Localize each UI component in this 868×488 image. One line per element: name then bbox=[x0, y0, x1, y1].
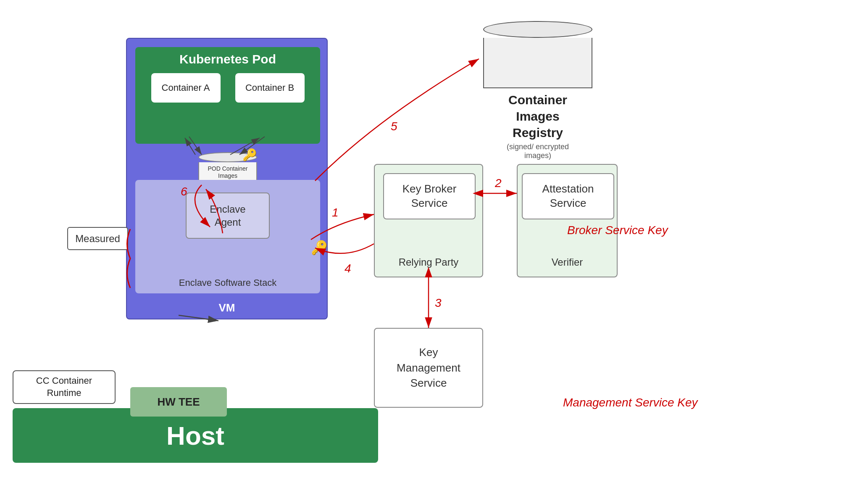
registry-label: ContainerImagesRegistry bbox=[508, 92, 567, 141]
registry-cylinder-top bbox=[483, 21, 592, 38]
registry-sub-label: (signed/ encryptedimages) bbox=[507, 142, 569, 160]
hw-tee-label: HW TEE bbox=[157, 396, 200, 409]
container-b-label: Container B bbox=[245, 82, 294, 93]
registry-cylinder-body bbox=[483, 38, 592, 88]
diagram-container: Host HW TEE CC ContainerRuntime Kubernet… bbox=[0, 0, 868, 488]
cc-runtime-label: CC ContainerRuntime bbox=[36, 375, 92, 399]
attestation-service-box: AttestationService bbox=[522, 173, 614, 219]
key-broker-box: Key BrokerService Relying Party bbox=[374, 164, 483, 277]
key-broker-service-box: Key BrokerService bbox=[383, 173, 476, 219]
mgmt-service-key-label: Management Service Key bbox=[563, 395, 698, 410]
vm-box: Kubernetes Pod Container A Container B P… bbox=[126, 38, 328, 319]
measured-box: Measured bbox=[67, 227, 128, 250]
svg-text:4: 4 bbox=[345, 262, 351, 275]
svg-text:3: 3 bbox=[435, 296, 442, 309]
enclave-agent-box: EnclaveAgent bbox=[186, 193, 270, 239]
key-icon-pod: 🔑 bbox=[242, 148, 257, 162]
key-management-box: KeyManagementService bbox=[374, 328, 483, 408]
hw-tee-box: HW TEE bbox=[130, 387, 227, 417]
containers-row: Container A Container B bbox=[135, 73, 320, 103]
k8s-pod-box: Kubernetes Pod Container A Container B bbox=[135, 47, 320, 144]
pod-images-label: POD ContainerImages bbox=[208, 165, 248, 179]
vm-label: VM bbox=[219, 301, 235, 314]
cc-runtime-box: CC ContainerRuntime bbox=[13, 370, 116, 404]
enclave-stack-label: Enclave Software Stack bbox=[179, 277, 276, 288]
verifier-label: Verifier bbox=[552, 256, 583, 268]
attestation-service-label: AttestationService bbox=[542, 182, 594, 211]
relying-party-label: Relying Party bbox=[399, 256, 459, 268]
broker-service-key-label: Broker Service Key bbox=[567, 223, 668, 238]
container-a-label: Container A bbox=[162, 82, 210, 93]
key-management-label: KeyManagementService bbox=[397, 345, 460, 390]
svg-text:1: 1 bbox=[332, 206, 339, 219]
key-broker-service-label: Key BrokerService bbox=[402, 182, 457, 211]
enclave-stack-box: Enclave Software Stack EnclaveAgent bbox=[135, 180, 320, 293]
attestation-box: AttestationService Verifier bbox=[517, 164, 618, 277]
enclave-agent-label: EnclaveAgent bbox=[210, 203, 245, 229]
host-label: Host bbox=[166, 421, 224, 451]
container-a-box: Container A bbox=[151, 73, 221, 103]
container-b-box: Container B bbox=[235, 73, 305, 103]
svg-text:5: 5 bbox=[391, 120, 397, 133]
svg-text:2: 2 bbox=[494, 177, 502, 190]
registry-container: ContainerImagesRegistry (signed/ encrypt… bbox=[479, 21, 597, 160]
k8s-pod-label: Kubernetes Pod bbox=[135, 52, 320, 66]
measured-text: Measured bbox=[75, 233, 120, 245]
